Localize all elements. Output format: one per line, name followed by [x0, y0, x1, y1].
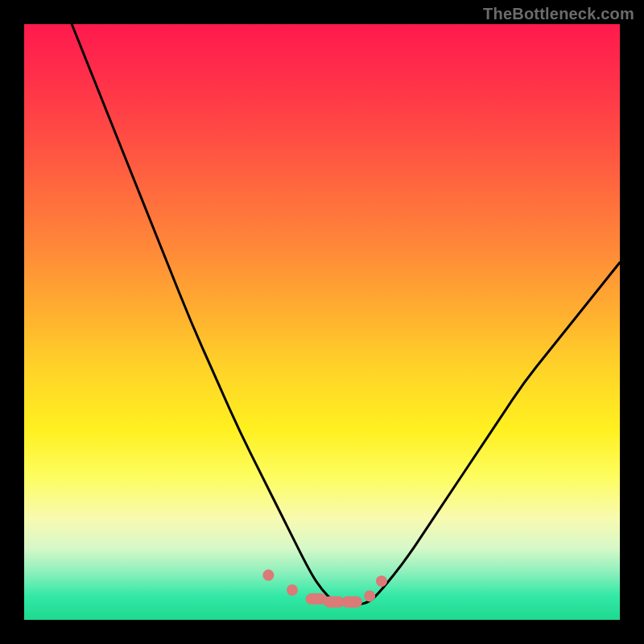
marker-dot: [341, 597, 362, 608]
chart-frame: TheBottleneck.com: [0, 0, 644, 644]
bottleneck-curve-path: [72, 24, 620, 605]
marker-dot: [284, 582, 299, 597]
marker-dot: [261, 568, 276, 583]
bottom-marker-group: [261, 568, 390, 608]
marker-dot: [324, 597, 345, 608]
marker-dot: [374, 573, 390, 589]
marker-dot: [306, 593, 327, 605]
marker-dot: [362, 588, 378, 604]
chart-plot-area: [24, 24, 620, 620]
chart-svg: [24, 24, 620, 620]
watermark-text: TheBottleneck.com: [483, 5, 634, 23]
